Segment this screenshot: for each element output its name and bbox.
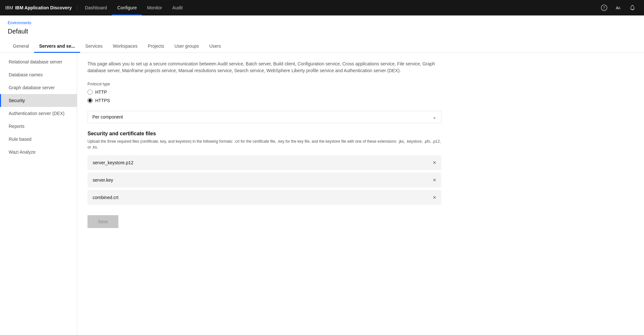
svg-text:?: ? [603,6,605,10]
sidebar-item-relational-database-server[interactable]: Relational database server [0,55,77,68]
tab-workspaces[interactable]: Workspaces [108,40,143,53]
page-header: Environments Default [0,15,644,35]
radio-https-label: HTTPS [95,98,110,103]
radio-https[interactable]: HTTPS [87,98,634,103]
remove-file-button[interactable]: × [433,160,436,166]
chevron-down-icon: ⌄ [433,114,437,120]
file-list: server_keystore.p12 × server.key × combi… [87,155,634,205]
content-layout: Relational database serverDatabase names… [0,53,644,335]
app-brand: IBM IBM Application Discovery [5,5,77,10]
nav-right-icons: ? A A [598,1,639,14]
nav-items: DashboardConfigureMonitorAudit [80,0,598,15]
notifications-icon[interactable] [626,1,639,14]
save-button[interactable]: Save [87,215,118,228]
file-name: server_keystore.p12 [93,160,133,165]
file-row: server_keystore.p12 × [87,155,441,170]
tab-projects[interactable]: Projects [143,40,170,53]
security-section-title: Security and certificate files [87,131,634,137]
sidebar-item-authentication-server-dex-[interactable]: Authentication server (DEX) [0,107,77,120]
sidebar-item-database-names[interactable]: Database names [0,68,77,81]
remove-file-button[interactable]: × [433,195,436,200]
nav-item-audit[interactable]: Audit [167,0,188,15]
main-content: This page allows you to set up a secure … [77,53,644,335]
sidebar-item-rule-based[interactable]: Rule based [0,133,77,146]
brand-app-name: IBM Application Discovery [15,5,72,10]
sidebar-item-graph-database-server[interactable]: Graph database server [0,81,77,94]
page-title: Default [8,28,636,35]
sidebar-item-reports[interactable]: Reports [0,120,77,133]
protocol-type-label: Protocol type [87,82,634,86]
tab-users[interactable]: Users [204,40,226,53]
per-component-label: Per component [92,114,123,120]
breadcrumb[interactable]: Environments [8,21,636,25]
remove-file-button[interactable]: × [433,177,436,183]
tab-services[interactable]: Services [80,40,108,53]
file-row: combined.crt × [87,190,441,205]
nav-item-monitor[interactable]: Monitor [142,0,167,15]
brand-ibm: IBM [5,5,13,10]
tab-general[interactable]: General [8,40,34,53]
description-text: This page allows you to set up a secure … [87,61,441,74]
tab-user-groups[interactable]: User groups [169,40,204,53]
protocol-radio-group: HTTP HTTPS [87,90,634,103]
sidebar-item-wazi-analyze[interactable]: Wazi Analyze [0,146,77,158]
radio-http[interactable]: HTTP [87,90,634,95]
nav-item-dashboard[interactable]: Dashboard [80,0,112,15]
radio-http-label: HTTP [95,90,107,95]
tabs-bar: GeneralServers and se...ServicesWorkspac… [0,40,644,53]
tab-servers-and-se-[interactable]: Servers and se... [34,40,80,53]
file-name: combined.crt [93,195,118,200]
radio-http-input[interactable] [87,90,93,95]
nav-item-configure[interactable]: Configure [112,0,142,15]
radio-https-input[interactable] [87,98,93,103]
help-icon[interactable]: ? [598,1,611,14]
security-section-description: Upload the three required files (certifi… [87,139,441,150]
svg-text:A: A [618,6,621,10]
per-component-dropdown[interactable]: Per component ⌄ [87,111,441,123]
top-navigation: IBM IBM Application Discovery DashboardC… [0,0,644,15]
sidebar: Relational database serverDatabase names… [0,53,77,335]
file-name: server.key [93,177,113,183]
translate-icon[interactable]: A A [612,1,625,14]
sidebar-item-security[interactable]: Security [0,94,77,107]
file-row: server.key × [87,173,441,187]
